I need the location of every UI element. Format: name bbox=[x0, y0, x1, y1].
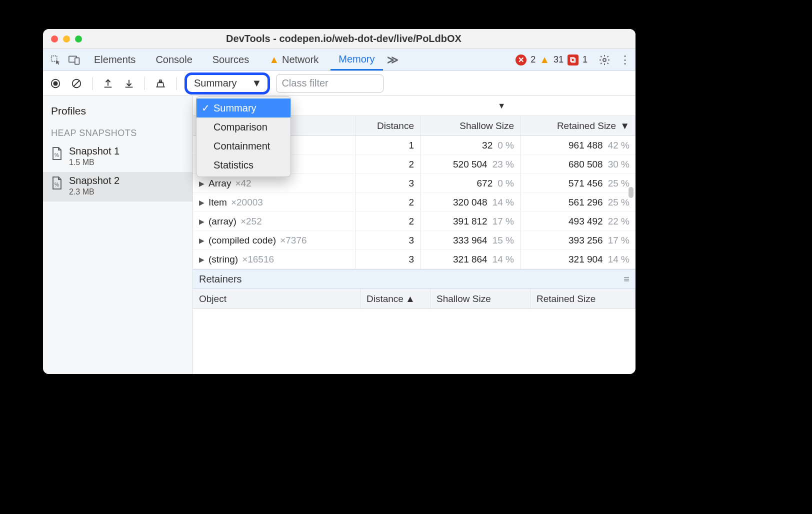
retainers-title-bar: Retainers ≡ bbox=[193, 269, 636, 289]
sidebar-section-heading: HEAP SNAPSHOTS bbox=[43, 124, 192, 142]
warning-icon: ▲ bbox=[269, 54, 279, 66]
svg-point-5 bbox=[53, 81, 58, 86]
cell-distance: 3 bbox=[356, 250, 420, 268]
retainers-title: Retainers bbox=[199, 274, 242, 285]
cell-distance: 2 bbox=[356, 193, 420, 212]
window-title: DevTools - codepen.io/web-dot-dev/live/P… bbox=[82, 33, 636, 44]
cell-retained: 393 25617 % bbox=[520, 231, 636, 250]
constructor-multiplicity: ×16516 bbox=[242, 254, 274, 265]
warning-icon[interactable]: ▲ bbox=[540, 54, 550, 66]
error-icon[interactable]: ✕ bbox=[516, 54, 526, 66]
snapshot-size: 2.3 MB bbox=[69, 188, 120, 196]
cell-shallow: 320 04814 % bbox=[420, 193, 520, 212]
more-tabs-button[interactable]: ≫ bbox=[387, 54, 398, 66]
tab-console[interactable]: Console bbox=[148, 49, 200, 70]
dropdown-item-summary[interactable]: Summary bbox=[196, 98, 290, 118]
snapshot-item[interactable]: % Snapshot 2 2.3 MB bbox=[43, 172, 192, 202]
maximize-window-button[interactable] bbox=[75, 36, 82, 42]
svg-rect-2 bbox=[75, 58, 80, 64]
disclose-triangle-icon[interactable]: ▶ bbox=[199, 180, 204, 188]
retainers-header-distance-label: Distance bbox=[366, 294, 404, 304]
snapshot-item[interactable]: % Snapshot 1 1.5 MB bbox=[43, 142, 192, 172]
snapshot-name: Snapshot 1 bbox=[69, 146, 120, 157]
retainers-header-retained[interactable]: Retained Size bbox=[530, 289, 636, 308]
disclose-triangle-icon[interactable]: ▶ bbox=[199, 218, 204, 226]
constructor-name: (string) bbox=[208, 254, 238, 265]
cell-retained: 493 49222 % bbox=[520, 212, 636, 230]
perspective-dropdown: Summary Comparison Containment Statistic… bbox=[196, 96, 291, 177]
disclose-triangle-icon[interactable]: ▶ bbox=[199, 198, 204, 206]
sort-asc-icon: ▲ bbox=[406, 294, 415, 304]
status-badges: ✕ 2 ▲ 31 ⧉ 1 ⋮ bbox=[516, 54, 630, 66]
clear-button[interactable] bbox=[69, 76, 84, 91]
message-icon[interactable]: ⧉ bbox=[568, 54, 578, 66]
perspective-select-highlight: Summary ▼ bbox=[184, 72, 270, 94]
constructor-multiplicity: ×20003 bbox=[231, 197, 263, 208]
perspective-select[interactable]: Summary ▼ bbox=[187, 75, 268, 92]
cell-distance: 1 bbox=[356, 136, 420, 154]
retainers-header-shallow[interactable]: Shallow Size bbox=[430, 289, 530, 308]
retainers-menu-icon[interactable]: ≡ bbox=[624, 274, 630, 285]
minimize-window-button[interactable] bbox=[63, 36, 70, 42]
tab-network-label: Network bbox=[282, 54, 318, 66]
class-filter-input[interactable] bbox=[276, 74, 384, 92]
retainers-header-distance[interactable]: Distance ▲ bbox=[360, 289, 430, 308]
filter-caret-icon[interactable]: ▼ bbox=[498, 102, 506, 110]
retainers-body bbox=[193, 309, 636, 374]
cell-retained: 321 90414 % bbox=[520, 250, 636, 268]
header-shallow-size[interactable]: Shallow Size bbox=[420, 116, 520, 136]
chevron-down-icon: ▼ bbox=[252, 78, 262, 89]
device-toolbar-icon[interactable] bbox=[67, 52, 82, 68]
constructor-multiplicity: ×252 bbox=[240, 216, 262, 227]
constructor-name: Item bbox=[208, 197, 227, 208]
cell-distance: 2 bbox=[356, 212, 420, 230]
cell-shallow: 391 81217 % bbox=[420, 212, 520, 230]
dropdown-item-containment[interactable]: Containment bbox=[196, 136, 290, 156]
cell-retained: 961 48842 % bbox=[520, 136, 636, 154]
cell-shallow: 520 50423 % bbox=[420, 155, 520, 174]
svg-text:%: % bbox=[54, 152, 59, 158]
collect-garbage-icon[interactable] bbox=[153, 76, 168, 91]
cell-shallow: 321 86414 % bbox=[420, 250, 520, 268]
cell-shallow: 333 96415 % bbox=[420, 231, 520, 250]
close-window-button[interactable] bbox=[51, 36, 58, 42]
settings-icon[interactable] bbox=[598, 54, 610, 66]
table-row[interactable]: ▶Item×200032320 04814 %561 29625 % bbox=[193, 193, 636, 212]
error-count: 2 bbox=[530, 54, 536, 65]
cell-retained: 680 50830 % bbox=[520, 155, 636, 174]
inspect-element-icon[interactable] bbox=[48, 52, 63, 68]
tab-network[interactable]: ▲ Network bbox=[261, 49, 326, 70]
table-row[interactable]: ▶(string)×165163321 86414 %321 90414 % bbox=[193, 250, 636, 269]
header-retained-size[interactable]: Retained Size ▼ bbox=[520, 116, 636, 136]
disclose-triangle-icon[interactable]: ▶ bbox=[199, 256, 204, 264]
profiles-sidebar: Profiles HEAP SNAPSHOTS % Snapshot 1 1.5… bbox=[43, 96, 193, 374]
toolbar-separator bbox=[176, 77, 176, 90]
cell-shallow: 6720 % bbox=[420, 174, 520, 192]
tab-sources[interactable]: Sources bbox=[204, 49, 257, 70]
dropdown-item-statistics[interactable]: Statistics bbox=[196, 156, 290, 174]
load-profile-icon[interactable] bbox=[100, 76, 116, 91]
memory-toolbar: Summary ▼ bbox=[43, 71, 636, 96]
header-retained-label: Retained Size bbox=[557, 120, 616, 132]
table-row[interactable]: ▶(array)×2522391 81217 %493 49222 % bbox=[193, 212, 636, 231]
dropdown-item-comparison[interactable]: Comparison bbox=[196, 118, 290, 136]
warning-count: 31 bbox=[554, 54, 564, 65]
cell-retained: 561 29625 % bbox=[520, 193, 636, 212]
retainers-header-object[interactable]: Object bbox=[193, 289, 360, 308]
constructor-multiplicity: ×42 bbox=[235, 178, 251, 189]
tab-elements[interactable]: Elements bbox=[86, 49, 144, 70]
kebab-menu-icon[interactable]: ⋮ bbox=[620, 54, 630, 66]
record-button[interactable] bbox=[48, 76, 63, 91]
perspective-select-value: Summary bbox=[194, 78, 237, 89]
tab-memory-label: Memory bbox=[338, 54, 374, 65]
constructor-name: (compiled code) bbox=[208, 235, 276, 246]
save-profile-icon[interactable] bbox=[122, 76, 136, 91]
scrollbar-thumb[interactable] bbox=[628, 187, 634, 198]
file-icon: % bbox=[51, 176, 63, 190]
header-distance[interactable]: Distance bbox=[356, 116, 420, 136]
tab-memory[interactable]: Memory bbox=[330, 49, 382, 70]
constructor-name: Array bbox=[208, 178, 231, 189]
table-row[interactable]: ▶(compiled code)×73763333 96415 %393 256… bbox=[193, 231, 636, 250]
disclose-triangle-icon[interactable]: ▶ bbox=[199, 236, 204, 244]
cell-distance: 3 bbox=[356, 174, 420, 192]
